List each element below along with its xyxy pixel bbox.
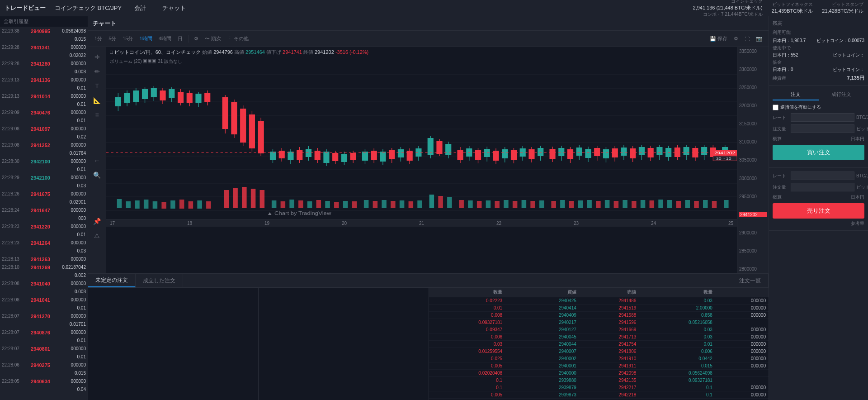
col-ask: 売値: [579, 288, 639, 297]
trade-row: 0.03: [0, 247, 88, 255]
ref-link[interactable]: 参考率: [773, 220, 864, 227]
tab-limit-order[interactable]: 注文: [773, 89, 819, 100]
order-table-row: 0.1 2939879 2942217 0.1 000000: [429, 384, 769, 391]
chart-toolbar: 1分 5分 15分 1時間 4時間 日 ⚙ 〜 順次 ⋮ その他 💾 保存 ⚙ …: [88, 31, 769, 47]
order-table-row: 0.01 2940414 2941519 2.00000 000000: [429, 305, 769, 312]
toolbar-settings[interactable]: ⚙: [731, 34, 741, 43]
svg-rect-184: [486, 200, 491, 208]
trade-price: 2941280: [31, 61, 50, 67]
sell-rate-input[interactable]: [791, 171, 854, 180]
reverse-price-checkbox[interactable]: [773, 105, 778, 110]
trade-row: 0.01: [0, 337, 88, 345]
tab-order-list[interactable]: 注文一覧: [732, 274, 769, 287]
qty-input[interactable]: [791, 124, 854, 133]
svg-text:30・10: 30・10: [716, 157, 731, 161]
trade-row: 0.01: [0, 84, 88, 92]
trade-time: 22:28:08: [2, 297, 27, 302]
trade-amount: 000000: [54, 45, 86, 50]
trade-amount: 000000: [54, 175, 86, 180]
nav-kaikei[interactable]: 会計: [131, 2, 150, 14]
toolbar-fullscreen[interactable]: ⛶: [742, 35, 752, 43]
svg-rect-190: [539, 200, 544, 208]
svg-rect-207: [694, 201, 699, 208]
tab-market-order[interactable]: 成行注文: [819, 89, 865, 100]
trade-amount: 0.04: [54, 387, 86, 392]
buy-button[interactable]: 買い注文: [773, 145, 864, 160]
trade-price: 2941136: [31, 77, 50, 83]
trade-row: 22:28:23 2941220 000000: [0, 223, 88, 231]
toolbar-4h[interactable]: 4時間: [156, 34, 174, 43]
trade-time: 22:29:28: [2, 45, 27, 50]
trade-amount: 000000: [54, 224, 86, 229]
tool-crosshair[interactable]: ✛: [91, 51, 104, 63]
trade-amount: 0.01: [54, 102, 86, 107]
sell-order-form: レート BTC/JPY 注文量 ビットコイン 概算 日本円 売り注文 参考率: [769, 168, 868, 231]
sell-qty-input[interactable]: [791, 183, 854, 191]
svg-rect-59: [332, 153, 338, 161]
toolbar-1h[interactable]: 1時間: [137, 34, 155, 43]
tool-alert[interactable]: ⚠: [91, 229, 104, 242]
trade-amount: 000000: [54, 362, 86, 367]
tab-completed-orders[interactable]: 成立した注文: [136, 274, 183, 287]
trade-row: 22:28:30 2942100 000000: [0, 157, 88, 166]
trade-price: 2940476: [31, 110, 50, 115]
svg-rect-148: [144, 200, 149, 209]
rate-input[interactable]: [791, 113, 854, 122]
tab-pending-orders[interactable]: 未定定の注文: [88, 274, 136, 287]
sep1: [188, 35, 189, 43]
trade-row: 22:29:09 2940476 000000: [0, 109, 88, 117]
svg-rect-182: [468, 200, 473, 208]
tool-zoom[interactable]: 🔍: [91, 169, 104, 181]
svg-rect-177: [417, 200, 422, 208]
left-panel: 全取引履歴 22:29:38 2940995 0.05624098 0.015 …: [0, 16, 88, 400]
trade-row: 0.01701: [0, 320, 88, 329]
svg-rect-53: [306, 149, 311, 157]
tool-back[interactable]: ←: [91, 154, 104, 167]
sell-estimate-unit: 日本円: [851, 194, 864, 200]
svg-rect-75: [407, 151, 413, 161]
order-table-row: 0.02223 2940425 2941486 0.03 000000: [429, 297, 769, 305]
tool-measure[interactable]: 📐: [91, 94, 104, 107]
sell-button[interactable]: 売り注文: [773, 203, 864, 219]
trade-row: 000: [0, 214, 88, 223]
order-table-row: 0.01259554 2940007 2941806 0.006 000000: [429, 348, 769, 355]
orders-overview[interactable]: 数量 買値 売値 数量 0.02223 2940425 2: [429, 288, 769, 400]
toolbar-day[interactable]: 日: [175, 34, 185, 43]
toolbar-indicators[interactable]: ⚙: [191, 34, 201, 43]
trade-time: 22:29:38: [2, 29, 27, 33]
trade-amount: 0.008: [54, 69, 86, 74]
toolbar-sequence[interactable]: 〜 順次: [202, 34, 224, 43]
tool-pencil[interactable]: ✏: [91, 65, 104, 78]
trade-row: 22:28:06 2940275 000000: [0, 361, 88, 369]
tool-text[interactable]: T: [91, 80, 104, 92]
trade-amount: 0.015: [54, 37, 86, 42]
order-table-row: 0.008 2940409 2941588 0.858 000000: [429, 312, 769, 319]
toolbar-5min[interactable]: 5分: [106, 34, 119, 43]
toolbar-screenshot[interactable]: 📷: [753, 34, 765, 43]
nav-chat[interactable]: チャット: [159, 2, 189, 14]
svg-rect-208: [703, 200, 708, 208]
qty-row: 注文量 ビットコイン: [773, 124, 864, 133]
svg-rect-97: [511, 150, 517, 160]
toolbar-others[interactable]: ⋮ その他: [225, 34, 251, 43]
svg-rect-25: [169, 89, 175, 98]
available-jpy: 日本円：1,983.7: [773, 38, 806, 44]
toolbar-15min[interactable]: 15分: [120, 34, 136, 43]
trade-row: 0.01: [0, 166, 88, 174]
rate-label: レート: [773, 114, 791, 121]
trade-row: 22:28:05 2940634 000000: [0, 377, 88, 386]
col-bid-qty: 数量: [639, 288, 715, 297]
trade-amount: 0.01: [54, 232, 86, 237]
svg-rect-31: [195, 94, 201, 103]
toolbar-save[interactable]: 💾 保存: [707, 34, 730, 43]
trade-time: 22:28:10: [2, 265, 27, 270]
completed-orders: [259, 288, 429, 400]
toolbar-1min[interactable]: 1分: [92, 34, 105, 43]
svg-rect-61: [341, 154, 347, 162]
qty-unit: ビットコイン: [856, 126, 868, 132]
trade-amount: 000000: [54, 94, 86, 99]
svg-rect-164: [298, 200, 303, 208]
svg-rect-170: [352, 201, 357, 208]
tool-ruler[interactable]: ≡: [91, 109, 104, 121]
tool-pin[interactable]: 📌: [91, 215, 104, 228]
